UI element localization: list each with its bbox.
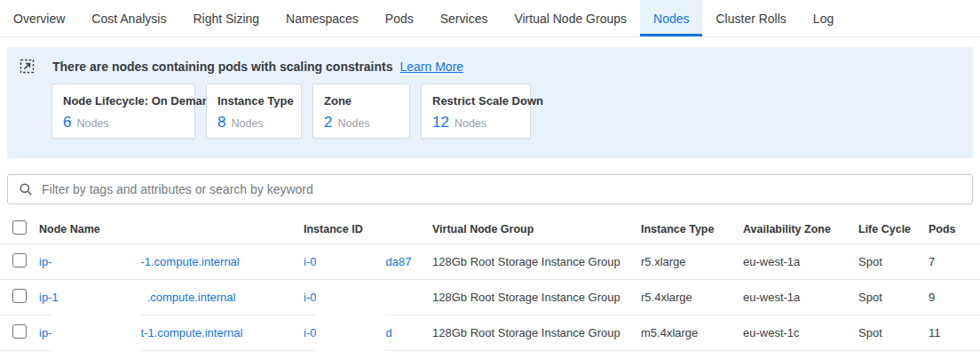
instance-id-prefix: i-0: [304, 326, 316, 339]
tab-namespaces[interactable]: Namespaces: [273, 0, 372, 36]
redaction-box: [59, 287, 147, 308]
instance-id-link[interactable]: i-0d: [304, 313, 432, 354]
redaction-box: [316, 313, 385, 354]
tab-right-sizing[interactable]: Right Sizing: [179, 0, 273, 36]
card-title: Zone: [324, 94, 399, 108]
column-availability-zone[interactable]: Availability Zone: [743, 223, 858, 235]
column-node-name[interactable]: Node Name: [39, 223, 304, 235]
node-name-link[interactable]: ip-1.compute.internal: [39, 287, 304, 308]
row-checkbox[interactable]: [12, 324, 27, 339]
column-instance-type[interactable]: Instance Type: [641, 223, 743, 235]
table-row[interactable]: ip--1.compute.internal i-0da87 128Gb Roo…: [0, 244, 980, 280]
constraint-cards: Node Lifecycle: On Demand 6 Nodes Instan…: [51, 84, 960, 139]
card-title: Instance Type: [217, 94, 290, 108]
availability-zone-cell: eu-west-1a: [743, 255, 858, 268]
tab-cluster-rolls[interactable]: Cluster Rolls: [702, 0, 799, 36]
node-name-suffix: .compute.internal: [147, 291, 236, 304]
card-count: 6: [63, 114, 71, 132]
life-cycle-cell: Spot: [858, 291, 929, 304]
instance-id-link[interactable]: i-0da87: [304, 251, 432, 273]
table-row[interactable]: ip-1.compute.internal i-0 128Gb Root Sto…: [0, 280, 980, 315]
life-cycle-cell: Spot: [858, 255, 929, 268]
instance-id-prefix: i-0: [304, 255, 316, 268]
scale-up-icon: [20, 59, 35, 74]
instance-type-cell: r5.4xlarge: [641, 291, 743, 304]
card-instance-type[interactable]: Instance Type 8 Nodes: [206, 84, 302, 139]
card-restrict-scale-down[interactable]: Restrict Scale Down 12 Nodes: [421, 84, 531, 139]
virtual-node-group-cell: 128Gb Root Storage Instance Group: [432, 291, 641, 304]
card-unit: Nodes: [337, 117, 369, 130]
card-node-lifecycle[interactable]: Node Lifecycle: On Demand 6 Nodes: [51, 84, 195, 139]
banner-message: There are nodes containing pods with sca…: [52, 60, 393, 74]
column-instance-id[interactable]: Instance ID: [304, 223, 432, 235]
node-name-suffix: -1.compute.internal: [140, 255, 239, 268]
availability-zone-cell: eu-west-1c: [743, 326, 858, 339]
virtual-node-group-cell: 128Gb Root Storage Instance Group: [432, 326, 641, 339]
tab-overview[interactable]: Overview: [0, 0, 78, 36]
pods-cell: 11: [929, 326, 980, 339]
redaction-box: [51, 251, 140, 273]
instance-id-prefix: i-0: [304, 291, 316, 304]
tab-pods[interactable]: Pods: [372, 0, 427, 36]
instance-id-suffix: d: [385, 326, 391, 339]
card-unit: Nodes: [454, 117, 486, 130]
tab-bar: Overview Cost Analysis Right Sizing Name…: [0, 0, 980, 37]
node-name-link[interactable]: ip--1.compute.internal: [39, 251, 304, 273]
instance-id-link[interactable]: i-0: [304, 287, 432, 308]
virtual-node-group-cell: 128Gb Root Storage Instance Group: [432, 255, 641, 268]
instance-type-cell: m5.4xlarge: [641, 326, 743, 339]
column-life-cycle[interactable]: Life Cycle: [858, 223, 929, 235]
pods-cell: 9: [929, 291, 980, 304]
card-count: 12: [432, 114, 449, 132]
column-virtual-node-group[interactable]: Virtual Node Group: [432, 223, 641, 235]
row-checkbox[interactable]: [12, 253, 27, 267]
search-input[interactable]: [42, 182, 961, 196]
card-zone[interactable]: Zone 2 Nodes: [312, 84, 410, 139]
card-count: 2: [324, 114, 332, 132]
life-cycle-cell: Spot: [858, 326, 929, 339]
instance-id-suffix: da87: [385, 255, 411, 268]
pods-cell: 7: [929, 255, 980, 268]
redaction-box: [316, 251, 385, 273]
filter-search[interactable]: [7, 174, 973, 204]
tab-virtual-node-groups[interactable]: Virtual Node Groups: [501, 0, 640, 36]
availability-zone-cell: eu-west-1a: [743, 291, 858, 304]
tab-cost-analysis[interactable]: Cost Analysis: [78, 0, 179, 36]
card-count: 8: [217, 114, 225, 132]
card-unit: Nodes: [231, 117, 263, 130]
instance-type-cell: r5.xlarge: [641, 255, 743, 268]
node-name-suffix: t-1.compute.internal: [140, 326, 242, 339]
scaling-constraints-banner: There are nodes containing pods with sca…: [7, 47, 973, 158]
redaction-box: [51, 313, 140, 354]
table-header: Node Name Instance ID Virtual Node Group…: [0, 214, 980, 244]
row-checkbox[interactable]: [12, 289, 27, 303]
node-name-prefix: ip-: [39, 255, 51, 268]
node-name-link[interactable]: ip-t-1.compute.internal: [39, 313, 304, 354]
tab-services[interactable]: Services: [427, 0, 502, 36]
learn-more-link[interactable]: Learn More: [400, 60, 464, 74]
table-row[interactable]: ip-t-1.compute.internal i-0d 128Gb Root …: [0, 315, 980, 351]
card-title: Restrict Scale Down: [432, 94, 519, 108]
tab-nodes[interactable]: Nodes: [640, 0, 702, 36]
select-all-checkbox[interactable]: [12, 220, 27, 235]
card-title: Node Lifecycle: On Demand: [63, 94, 184, 108]
card-unit: Nodes: [76, 117, 108, 130]
node-name-prefix: ip-1: [39, 291, 59, 304]
column-pods[interactable]: Pods: [929, 223, 980, 235]
tab-log[interactable]: Log: [800, 0, 847, 36]
node-name-prefix: ip-: [39, 326, 51, 339]
redaction-box: [316, 287, 421, 308]
search-icon: [19, 182, 33, 196]
